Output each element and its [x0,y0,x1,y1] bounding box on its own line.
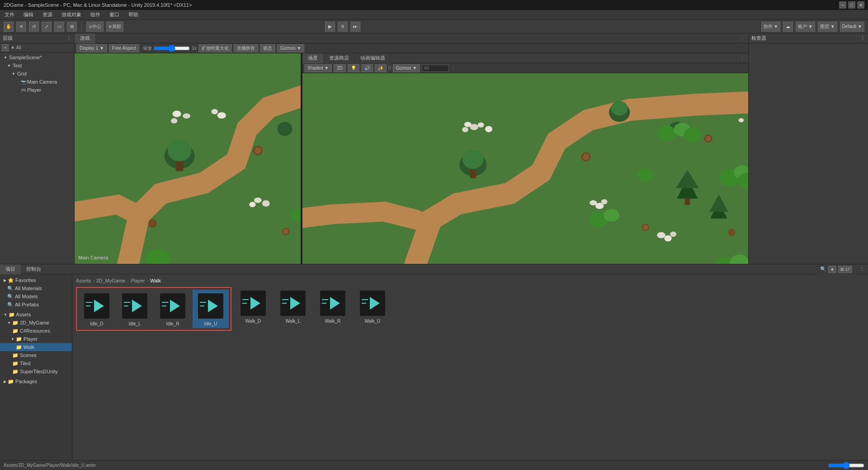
proj-csharpresources[interactable]: 📁 C#Resources [0,327,72,335]
2d-toggle[interactable]: 2D [334,64,346,72]
menu-gameobject[interactable]: 游戏对象 [60,10,83,19]
scene-views-menu[interactable]: ⋮ [740,56,745,61]
proj-scenes[interactable]: 📁 Scenes [0,351,72,359]
account-button[interactable]: 账户 ▼ [796,22,815,32]
filter-btn[interactable]: ⊞ 17 [838,266,852,273]
layout-button[interactable]: Default ▼ [840,22,864,32]
asset-walk-u[interactable]: Walk_U [354,287,391,331]
close-button[interactable]: ✕ [857,1,864,9]
svg-point-15 [183,113,190,119]
menu-window[interactable]: 窗口 [108,10,121,19]
cloud-button[interactable]: ☁ [783,22,793,32]
mute-btn[interactable]: 音频静音 [234,44,258,52]
play-button[interactable]: ▶ [325,22,335,32]
display-dropdown[interactable]: Display 1 ▼ [76,44,107,52]
scale-slider[interactable] [154,45,190,52]
svg-rect-3 [176,161,184,171]
proj-all-prefabs[interactable]: 🔍 All Prefabs [0,301,72,309]
maximize-button[interactable]: □ [848,1,855,9]
collab-button[interactable]: 协作 ▼ [761,22,781,32]
menu-edit[interactable]: 编辑 [22,10,35,19]
pause-button[interactable]: ⏸ [338,22,348,32]
proj-2dmygame[interactable]: 📁 2D_MyGame [0,319,72,327]
proj-packages-header[interactable]: 📁 Packages [0,377,72,385]
gizmos-btn[interactable]: Gizmos ▼ [277,44,305,52]
toolbar-scale-tool[interactable]: ⤢ [42,22,52,32]
hierarchy-menu-icon[interactable]: ⋮ [66,35,71,41]
tiled-label: 📁 Tiled [12,361,30,367]
toolbar-rotate-tool[interactable]: ↺ [29,22,39,32]
menu-assets[interactable]: 资源 [41,10,54,19]
project-menu-icon[interactable]: ⋮ [856,266,868,272]
proj-all-models[interactable]: 🔍 All Models [0,292,72,301]
tab-game[interactable]: 游戏 [75,33,96,43]
breadcrumb-assets[interactable]: Assets [76,278,91,283]
scale-label: 缩放 [143,45,152,52]
proj-favorites-header[interactable]: ⭐ Favorites [0,276,72,284]
menu-help[interactable]: 帮助 [127,10,140,19]
scene-toolbar-menu[interactable]: ⋮ [451,66,455,70]
tab-console[interactable]: 控制台 [21,264,47,274]
asset-idle-l[interactable]: Idle_L [117,290,153,328]
hierarchy-item-samplescene[interactable]: SampleScene* [0,53,74,61]
asset-idle-u[interactable]: Idle_U [193,290,229,328]
hierarchy-item-maincamera[interactable]: 📷 Main Camera [0,78,74,86]
proj-tiled[interactable]: 📁 Tiled [0,359,72,367]
hierarchy-item-player[interactable]: 🎮 Player [0,86,74,94]
asset-walk-l[interactable]: Walk_L [275,287,311,331]
light-toggle[interactable]: 💡 [348,64,359,72]
hierarchy-add-btn[interactable]: + [2,44,9,52]
tab-scene-label: 场景 [308,55,318,61]
inspector-menu-icon[interactable]: ⋮ [860,35,865,41]
favorites-label: ⭐ Favorites [8,277,36,283]
maximize-btn[interactable]: 扩放时最大化 [198,44,232,52]
toolbar-move-tool[interactable]: ✛ [16,22,26,32]
hierarchy-item-test[interactable]: Test [0,61,74,70]
minimize-button[interactable]: ─ [839,1,846,9]
proj-walk-folder[interactable]: 📁 Walk [0,343,72,351]
icon-size-slider[interactable] [828,462,864,469]
menu-file[interactable]: 文件 [3,10,16,19]
scene-gizmos[interactable]: Gizmos ▼ [393,64,420,72]
stats-btn[interactable]: 状态 [260,44,275,52]
asset-idle-r[interactable]: Idle_R [155,290,191,328]
tab-store[interactable]: 资源商店 [324,53,355,63]
toolbar-hand-tool[interactable]: ✋ [4,22,14,32]
tab-project[interactable]: 项目 [0,264,21,274]
toolbar-multi-tool[interactable]: ⊞ [67,22,77,32]
tab-animation-editor[interactable]: 动画编辑器 [355,53,391,63]
breadcrumb-player[interactable]: Player [131,278,145,283]
toolbar-rect-tool[interactable]: ▭ [54,22,64,32]
views-menu-icon[interactable]: ⋮ [740,36,745,41]
anim-icon-walk-r [318,289,347,318]
proj-player-folder[interactable]: 📁 Player [0,335,72,343]
scene-canvas-container [302,73,748,264]
toolbar-global-btn[interactable]: ⊕局部 [106,22,123,32]
search-icon[interactable]: 🔍 [820,266,826,272]
asset-idle-d[interactable]: Idle_D [79,290,115,328]
tab-scene[interactable]: 场景 [302,53,324,63]
proj-assets-header[interactable]: 📁 Assets [0,310,72,319]
breadcrumb-2dmygame[interactable]: 2D_MyGame [96,278,126,283]
breadcrumb-walk[interactable]: Walk [150,278,161,283]
fx-toggle[interactable]: ✨ [375,64,387,72]
asset-walk-d[interactable]: Walk_D [235,287,271,331]
favorite-btn[interactable]: ★ [828,266,836,273]
step-button[interactable]: ⏭ [350,22,360,32]
asset-walk-r[interactable]: Walk_R [315,287,351,331]
menu-component[interactable]: 组件 [89,10,102,19]
toolbar-center-btn[interactable]: ⊙中心 [86,22,104,32]
scene-canvas[interactable] [302,73,748,264]
hierarchy-item-grid[interactable]: Grid [0,70,74,78]
proj-supertiled2unity[interactable]: 📁 SuperTiled2Unity [0,367,72,376]
proj-all-materials[interactable]: 🔍 All Materials [0,284,72,292]
tab-anim-editor-label: 动画编辑器 [360,55,385,61]
scene-search-input[interactable] [422,65,449,72]
tab-game-label: 游戏 [80,35,90,42]
audio-toggle[interactable]: 🔊 [361,64,373,72]
aspect-dropdown[interactable]: Free Aspect [109,44,139,52]
title-bar: 2DGame - SampleScene - PC, Mac & Linux S… [0,0,868,10]
shading-dropdown[interactable]: Shaded ▼ [304,64,332,72]
game-view-panel: Main Camera [75,53,301,264]
layers-button[interactable]: 图层 ▼ [818,22,837,32]
